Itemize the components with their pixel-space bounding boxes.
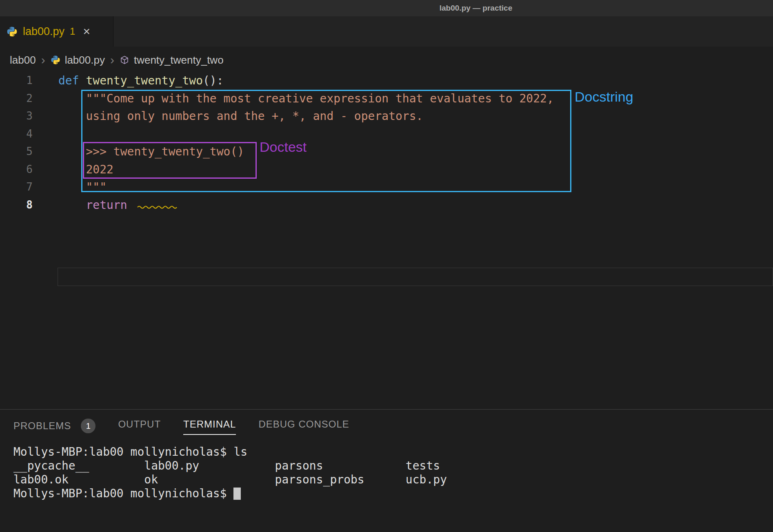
panel-tab-label: DEBUG CONSOLE	[258, 419, 349, 430]
code-token	[79, 74, 86, 87]
window-title: lab00.py — practice	[440, 0, 512, 16]
panel-tab-label: TERMINAL	[183, 419, 236, 430]
line-number[interactable]: 6	[0, 161, 33, 179]
code-token: def	[58, 74, 79, 87]
docstring-annotation-label: Docstring	[575, 89, 633, 105]
code-line[interactable]: 2022	[58, 161, 554, 179]
code-line[interactable]: """Come up with the most creative expres…	[58, 90, 554, 108]
breadcrumb-symbol[interactable]: twenty_twenty_two	[134, 54, 224, 66]
code-token: return	[86, 198, 127, 212]
line-number[interactable]: 3	[0, 107, 33, 125]
code-token: ():	[203, 74, 224, 87]
panel-tab-output[interactable]: OUTPUT	[118, 419, 161, 435]
terminal-line: Mollys-MBP:lab00 mollynicholas$ ls	[13, 445, 447, 459]
current-line-highlight	[58, 268, 773, 286]
panel-tab-terminal[interactable]: TERMINAL	[183, 419, 236, 435]
panel-tabs: PROBLEMS1OUTPUTTERMINALDEBUG CONSOLE	[13, 419, 349, 438]
bottom-panel: PROBLEMS1OUTPUTTERMINALDEBUG CONSOLE Mol…	[0, 409, 773, 532]
editor-tab-lab00[interactable]: lab00.py 1 ×	[0, 16, 113, 47]
code-token: 2022	[58, 163, 113, 176]
code-token: using only numbers and the +, *, and - o…	[58, 109, 423, 123]
breadcrumb-folder[interactable]: lab00	[10, 54, 36, 66]
code-line[interactable]: using only numbers and the +, *, and - o…	[58, 107, 554, 125]
line-number[interactable]: 2	[0, 90, 33, 108]
line-number[interactable]: 7	[0, 178, 33, 196]
symbol-namespace-icon	[120, 55, 129, 65]
breadcrumb-file[interactable]: lab00.py	[65, 54, 105, 66]
titlebar: lab00.py — practice	[0, 0, 773, 16]
panel-tab-debug-console[interactable]: DEBUG CONSOLE	[258, 419, 349, 435]
code-token	[127, 198, 134, 212]
code-token: twenty_twenty_two	[86, 74, 203, 87]
problems-count-badge: 1	[81, 419, 96, 433]
code-token: >>> twenty_twenty_two()	[58, 145, 244, 158]
chevron-right-icon: ›	[109, 53, 115, 67]
line-number[interactable]: 1	[0, 72, 33, 90]
chevron-right-icon: ›	[40, 53, 46, 67]
terminal-line: __pycache__ lab00.py parsons tests	[13, 459, 447, 473]
vscode-window: { "colors": { "docstring_box": "#3ab5f2"…	[0, 0, 773, 532]
error-squiggle-icon	[137, 196, 177, 200]
code-line[interactable]: return	[58, 196, 554, 214]
terminal-line: lab00.ok ok parsons_probs ucb.py	[13, 473, 447, 487]
breadcrumb: lab00 › lab00.py › twenty_twenty_two	[0, 48, 773, 72]
tab-bar: lab00.py 1 ×	[0, 16, 773, 47]
code-line[interactable]: """	[58, 178, 554, 196]
tab-filename: lab00.py	[23, 25, 64, 38]
code-token	[58, 198, 86, 212]
line-number[interactable]: 8	[0, 196, 33, 214]
line-number[interactable]: 4	[0, 125, 33, 143]
terminal-output[interactable]: Mollys-MBP:lab00 mollynicholas$ ls__pyca…	[13, 445, 447, 501]
code-line[interactable]: def twenty_twenty_two():	[58, 72, 554, 90]
panel-tab-problems[interactable]: PROBLEMS1	[13, 419, 96, 438]
panel-tab-label: OUTPUT	[118, 419, 161, 430]
line-number[interactable]: 5	[0, 143, 33, 161]
code-editor[interactable]: 12345678 def twenty_twenty_two(): """Com…	[0, 72, 773, 409]
python-icon	[7, 26, 18, 37]
terminal-line: Mollys-MBP:lab00 mollynicholas$	[13, 487, 447, 501]
python-icon	[51, 55, 60, 65]
code-token: """Come up with the most creative expres…	[58, 92, 554, 105]
doctest-annotation-label: Doctest	[260, 139, 307, 155]
panel-tab-label: PROBLEMS	[13, 420, 71, 432]
tab-problem-count: 1	[70, 26, 75, 37]
gutter: 12345678	[0, 72, 45, 214]
code-token: """	[58, 180, 107, 194]
tab-close-icon[interactable]: ×	[83, 25, 90, 38]
terminal-cursor	[233, 488, 241, 500]
